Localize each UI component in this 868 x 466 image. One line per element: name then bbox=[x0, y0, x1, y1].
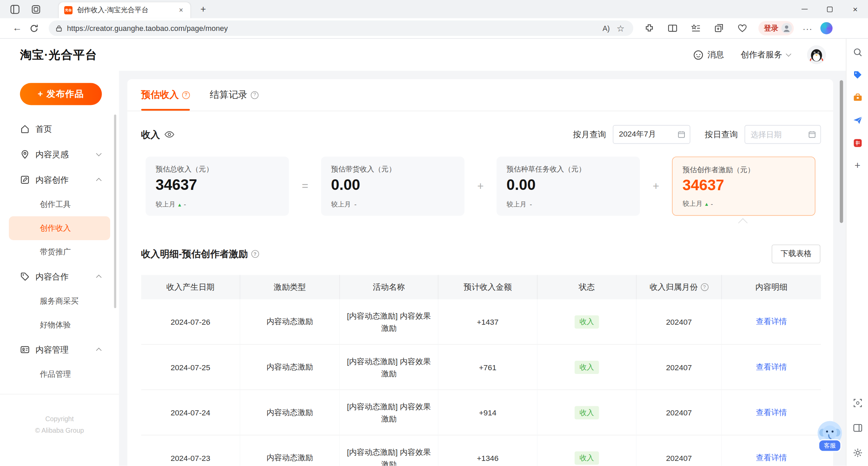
month-picker[interactable] bbox=[613, 125, 690, 144]
sidebar-item-content-management[interactable]: 内容管理 bbox=[0, 337, 119, 362]
user-avatar[interactable] bbox=[807, 46, 826, 64]
read-aloud-icon[interactable]: A) bbox=[599, 22, 613, 35]
browser-essentials-icon[interactable] bbox=[734, 20, 751, 37]
eye-icon[interactable] bbox=[164, 131, 174, 138]
minimize-button[interactable] bbox=[792, 0, 817, 18]
new-tab-button[interactable]: + bbox=[196, 2, 210, 16]
toolbar-extensions-area bbox=[641, 20, 751, 37]
browser-toolbar: ← https://creator.guanghe.taobao.com/pag… bbox=[0, 18, 868, 39]
day-picker[interactable] bbox=[745, 125, 821, 144]
view-details-link[interactable]: 查看详情 bbox=[756, 453, 787, 463]
edge-sidebar: + bbox=[846, 39, 868, 466]
inspiration-icon bbox=[20, 149, 30, 159]
chevron-up-icon bbox=[96, 348, 102, 353]
customer-service-widget[interactable]: 客服 bbox=[815, 420, 844, 452]
sidebar-settings-icon[interactable] bbox=[851, 446, 864, 459]
sidebar-shopping-icon[interactable] bbox=[851, 68, 864, 81]
sidebar-item-content-creation[interactable]: 内容创作 bbox=[0, 167, 119, 193]
chevron-down-icon bbox=[786, 51, 791, 57]
sidebar-add-icon[interactable]: + bbox=[851, 159, 864, 172]
screenshot-icon[interactable] bbox=[851, 396, 864, 409]
help-icon[interactable]: ? bbox=[182, 91, 190, 99]
card-total-income[interactable]: 预估总收入（元） 34637 较上月 ▲ - bbox=[145, 157, 289, 216]
browser-tab[interactable]: 光合 创作收入-淘宝光合平台 × bbox=[59, 2, 191, 18]
calendar-icon bbox=[678, 130, 685, 138]
collections-icon[interactable] bbox=[711, 20, 727, 37]
extensions-icon[interactable] bbox=[641, 20, 658, 37]
sidebar-app-icon[interactable] bbox=[851, 136, 864, 149]
sidebar-tools-icon[interactable] bbox=[851, 91, 864, 104]
create-icon bbox=[20, 175, 30, 185]
copilot-icon[interactable] bbox=[820, 22, 833, 34]
help-icon[interactable]: ? bbox=[700, 283, 708, 291]
income-section-title: 收入 bbox=[141, 128, 174, 141]
site-logo: 淘宝·光合平台 bbox=[20, 47, 98, 62]
delta-up-icon: ▲ bbox=[704, 201, 709, 207]
url-text[interactable]: https://creator.guanghe.taobao.com/page/… bbox=[67, 24, 599, 32]
sidebar-item-inspiration[interactable]: 内容灵感 bbox=[0, 142, 119, 167]
sidebar-send-icon[interactable] bbox=[851, 113, 864, 127]
status-badge: 收入 bbox=[575, 406, 599, 419]
profile-icon bbox=[781, 23, 792, 34]
download-table-button[interactable]: 下载表格 bbox=[772, 245, 820, 263]
view-details-link[interactable]: 查看详情 bbox=[756, 362, 787, 372]
help-icon[interactable]: ? bbox=[251, 91, 259, 99]
sidebar-search-icon[interactable] bbox=[851, 46, 864, 59]
settings-menu-icon[interactable]: ··· bbox=[799, 20, 816, 37]
back-button[interactable]: ← bbox=[9, 20, 25, 37]
tab-estimated-income[interactable]: 预估收入 ? bbox=[141, 79, 190, 111]
split-screen-icon[interactable] bbox=[664, 20, 681, 37]
messages-icon bbox=[693, 50, 704, 60]
maximize-button[interactable] bbox=[817, 0, 843, 18]
workspaces-icon[interactable] bbox=[8, 2, 22, 16]
favorite-star-icon[interactable]: ☆ bbox=[613, 22, 628, 35]
publish-button[interactable]: + 发布作品 bbox=[20, 83, 102, 105]
table-row: 2024-07-26 内容动态激励 [内容动态激励] 内容效果激励 +1437 … bbox=[141, 299, 821, 345]
selected-card-pointer bbox=[738, 218, 748, 228]
sidebar-item-works-management[interactable]: 作品管理 bbox=[0, 362, 119, 386]
close-button[interactable]: × bbox=[843, 0, 868, 18]
creator-services-dropdown[interactable]: 创作者服务 bbox=[741, 50, 791, 60]
sidebar-item-label: 创作收入 bbox=[40, 223, 71, 233]
id-card-icon bbox=[20, 345, 30, 355]
help-icon[interactable]: ? bbox=[251, 250, 259, 258]
view-details-link[interactable]: 查看详情 bbox=[756, 408, 787, 417]
sidebar-item-content-cooperation[interactable]: 内容合作 bbox=[0, 264, 119, 289]
card-goods-income[interactable]: 预估带货收入（元） 0.00 较上月 - bbox=[321, 157, 465, 216]
status-badge: 收入 bbox=[575, 360, 599, 374]
card-seeding-task-income[interactable]: 预估种草任务收入（元） 0.00 较上月 - bbox=[497, 157, 640, 216]
calendar-icon bbox=[808, 130, 816, 138]
sidebar-item-label: 创作工具 bbox=[40, 199, 71, 209]
page-scrollbar[interactable] bbox=[840, 80, 843, 223]
sidebar-item-home[interactable]: 首页 bbox=[0, 116, 119, 142]
month-query-label: 按月查询 bbox=[573, 129, 606, 140]
sidebar-item-label: 内容灵感 bbox=[35, 149, 69, 160]
sidebar-panel-icon[interactable] bbox=[851, 421, 864, 434]
login-button[interactable]: 登录 bbox=[758, 21, 794, 35]
site-header: 淘宝·光合平台 消息 创作者服务 bbox=[0, 39, 846, 71]
messages-label: 消息 bbox=[708, 50, 724, 60]
login-label: 登录 bbox=[764, 23, 778, 33]
sidebar-item-creation-tools[interactable]: 创作工具 bbox=[0, 193, 119, 216]
tab-actions-icon[interactable] bbox=[29, 2, 43, 16]
sidebar-item-label: 内容创作 bbox=[35, 175, 69, 185]
sidebar-divider bbox=[0, 394, 119, 395]
view-details-link[interactable]: 查看详情 bbox=[756, 317, 787, 326]
status-badge: 收入 bbox=[575, 451, 599, 464]
tab-close-icon[interactable]: × bbox=[176, 5, 186, 15]
sidebar-scrollbar[interactable] bbox=[114, 114, 117, 308]
sidebar-item-service-purchase[interactable]: 服务商采买 bbox=[0, 289, 119, 313]
main-panel: 预估收入 ? 结算记录 ? 收入 按月查询 按日查询 bbox=[127, 79, 833, 466]
address-bar[interactable]: https://creator.guanghe.taobao.com/page/… bbox=[49, 20, 633, 36]
tab-favicon: 光合 bbox=[64, 6, 72, 14]
sidebar-item-promotion[interactable]: 带货推广 bbox=[0, 240, 119, 264]
favorites-bar-icon[interactable] bbox=[688, 20, 704, 37]
refresh-button[interactable] bbox=[25, 20, 42, 37]
lock-icon bbox=[55, 24, 63, 32]
tab-settlement-records[interactable]: 结算记录 ? bbox=[210, 79, 258, 111]
sidebar-item-goods-experience[interactable]: 好物体验 bbox=[0, 313, 119, 337]
home-icon bbox=[20, 124, 30, 134]
sidebar-item-creation-income[interactable]: 创作收入 bbox=[9, 216, 110, 240]
card-creator-incentive[interactable]: 预估创作者激励（元） 34637 较上月 ▲ - bbox=[672, 157, 815, 216]
messages-button[interactable]: 消息 bbox=[693, 50, 724, 60]
